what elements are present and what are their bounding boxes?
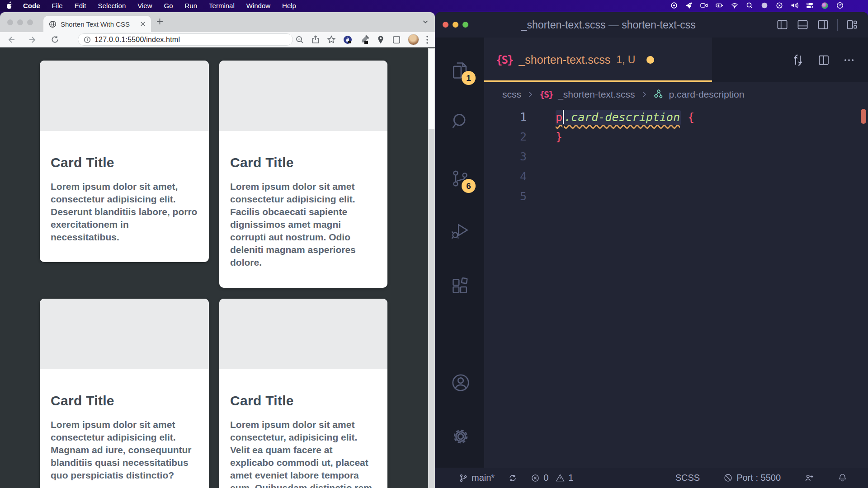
tab-search-chevron-icon[interactable] — [422, 19, 429, 27]
code-editor[interactable]: 1 p.card-description { 2 } 3 4 5 — [484, 106, 868, 468]
zoom-window-button[interactable] — [27, 19, 33, 25]
accounts-button[interactable] — [450, 372, 470, 392]
back-icon[interactable] — [6, 35, 15, 44]
css-rule-symbol-icon — [653, 89, 664, 100]
extensions-icon — [450, 277, 470, 296]
card: Card Title Lorem ipsum dolor sit amet, c… — [40, 61, 209, 262]
menu-run[interactable]: Run — [185, 2, 198, 9]
card-description: Lorem ipsum dolor sit amet consectetur a… — [51, 418, 198, 482]
minimize-window-button[interactable] — [453, 22, 458, 28]
wifi-icon[interactable] — [731, 2, 738, 9]
rocket-icon[interactable] — [685, 2, 693, 9]
screen-mirroring-icon[interactable] — [776, 2, 783, 9]
forward-icon[interactable] — [28, 35, 38, 44]
extension-pin-icon[interactable] — [376, 35, 385, 44]
git-branch-status[interactable]: main* — [459, 473, 495, 483]
notifications-button[interactable] — [838, 473, 847, 483]
menu-view[interactable]: View — [137, 2, 152, 9]
close-window-button[interactable] — [7, 19, 13, 25]
record-indicator-icon[interactable] — [670, 2, 678, 9]
branch-name: main* — [472, 473, 495, 483]
run-debug-tab[interactable] — [450, 221, 470, 241]
feedback-button[interactable] — [804, 473, 814, 483]
vscode-statusbar: main* 0 1 SCSS Port : 5500 — [435, 468, 868, 488]
explorer-tab[interactable]: 1 — [450, 61, 470, 80]
spotlight-icon[interactable] — [746, 2, 753, 9]
source-control-tab[interactable]: 6 — [450, 169, 470, 188]
customize-layout-icon[interactable] — [846, 19, 858, 31]
extension-eyedropper-icon[interactable] — [359, 35, 369, 45]
vscode-window-title: _shorten-text.scss — shorten-text-css — [521, 19, 696, 31]
editor-actions — [791, 38, 868, 82]
menu-help[interactable]: Help — [282, 2, 296, 9]
zoom-window-button[interactable] — [462, 22, 468, 28]
page-scrollbar[interactable] — [428, 48, 435, 488]
selector-token: p.card-description — [556, 110, 681, 125]
class-selector: .card-description — [564, 111, 680, 124]
source-control-badge: 6 — [462, 179, 476, 193]
site-info-icon[interactable] — [84, 36, 91, 43]
titlebar-separator — [837, 19, 838, 31]
unsaved-changes-dot[interactable] — [646, 56, 654, 64]
line-number: 3 — [484, 150, 527, 163]
editor-group: {S} _shorten-text.scss 1, U scss {S} _sh… — [484, 38, 868, 468]
breadcrumb-folder[interactable]: scss — [502, 89, 521, 100]
zoom-icon[interactable] — [295, 35, 304, 44]
macos-menubar: Code File Edit Selection View Go Run Ter… — [0, 0, 868, 11]
close-window-button[interactable] — [443, 22, 448, 28]
breadcrumb-symbol[interactable]: p.card-description — [669, 89, 745, 100]
debug-icon — [450, 221, 470, 241]
menu-edit[interactable]: Edit — [75, 2, 86, 9]
volume-icon[interactable] — [791, 2, 798, 9]
toggle-sidebar-icon[interactable] — [776, 19, 788, 31]
profile-avatar[interactable] — [408, 34, 419, 45]
menu-file[interactable]: File — [52, 2, 63, 9]
url-bar[interactable]: 127.0.0.1:5500/index.html — [78, 33, 293, 46]
split-editor-icon[interactable] — [817, 54, 830, 66]
editor-tab[interactable]: {S} _shorten-text.scss 1, U — [484, 38, 712, 82]
browser-tab[interactable]: Shorten Text With CSS — [43, 16, 151, 32]
breadcrumb-file[interactable]: _shorten-text.scss — [558, 89, 635, 100]
apple-logo-icon[interactable] — [6, 1, 13, 9]
card-title: Card Title — [230, 155, 377, 170]
do-not-disturb-icon[interactable] — [761, 2, 768, 9]
browser-tab-title: Shorten Text With CSS — [61, 20, 136, 28]
live-server-port[interactable]: Port : 5500 — [723, 473, 781, 483]
menu-selection[interactable]: Selection — [98, 2, 126, 9]
reload-icon[interactable] — [51, 35, 59, 44]
new-tab-button[interactable] — [156, 18, 163, 27]
menu-kebab-icon[interactable] — [426, 35, 429, 44]
minimize-window-button[interactable] — [17, 19, 23, 25]
sync-changes-button[interactable] — [508, 474, 517, 483]
bookmark-star-icon[interactable] — [327, 35, 336, 44]
menu-code[interactable]: Code — [23, 2, 40, 9]
element-selector: p — [556, 111, 562, 124]
language-mode[interactable]: SCSS — [675, 473, 700, 483]
menu-terminal[interactable]: Terminal — [209, 2, 235, 9]
reading-list-icon[interactable] — [392, 35, 401, 44]
card-description: Lorem ipsum dolor sit amet, consectetur … — [51, 180, 198, 244]
toggle-panel-icon[interactable] — [797, 19, 809, 31]
battery-icon[interactable] — [716, 2, 723, 9]
search-tab[interactable] — [450, 112, 470, 131]
warnings-icon — [556, 474, 565, 483]
close-tab-icon[interactable] — [140, 21, 146, 27]
scrollbar-thumb[interactable] — [429, 49, 434, 129]
more-actions-icon[interactable] — [843, 54, 855, 66]
extensions-tab[interactable] — [450, 277, 470, 296]
line-number: 2 — [484, 130, 527, 143]
clock-icon[interactable] — [836, 2, 844, 9]
share-icon[interactable] — [311, 35, 320, 44]
settings-button[interactable] — [450, 426, 470, 446]
extension-lock-icon[interactable] — [343, 35, 353, 45]
compare-changes-icon[interactable] — [791, 53, 805, 67]
screen-record-icon[interactable] — [700, 2, 708, 9]
menu-go[interactable]: Go — [164, 2, 173, 9]
siri-icon[interactable] — [821, 2, 829, 9]
toggle-secondary-sidebar-icon[interactable] — [817, 19, 829, 31]
error-count: 0 — [543, 473, 548, 483]
search-icon — [450, 112, 470, 131]
control-center-icon[interactable] — [806, 2, 813, 9]
menu-window[interactable]: Window — [246, 2, 270, 9]
problems-status[interactable]: 0 1 — [531, 473, 573, 483]
